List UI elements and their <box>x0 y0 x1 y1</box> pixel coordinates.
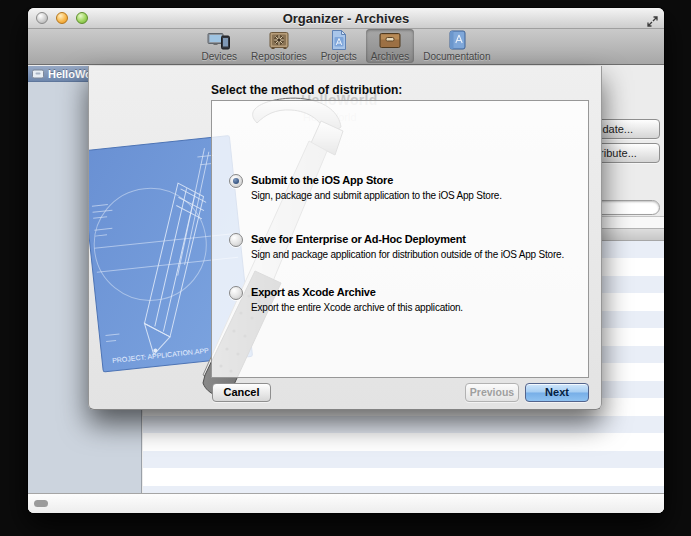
distribution-options-box: Submit to the iOS App Store Sign, packag… <box>211 100 589 378</box>
blueprint-caption: PROJECT: APPLICATION.APP <box>112 347 210 364</box>
toolbar-item-documentation[interactable]: Documentation <box>418 28 495 63</box>
traffic-lights <box>36 12 88 24</box>
fullscreen-icon[interactable] <box>647 13 658 24</box>
toolbar-item-repositories[interactable]: Repositories <box>246 29 312 63</box>
toolbar-item-projects[interactable]: Projects <box>316 28 362 63</box>
cancel-button[interactable]: Cancel <box>212 383 271 402</box>
sheet-heading: Select the method of distribution: <box>211 83 402 97</box>
bottom-bar <box>28 493 664 513</box>
archives-icon <box>378 31 402 50</box>
bottom-bar-pill <box>34 500 48 507</box>
toolbar-item-archives[interactable]: Archives <box>366 29 414 63</box>
option-description: Sign and package application for distrib… <box>251 247 564 263</box>
titlebar[interactable]: Organizer - Archives <box>28 8 664 29</box>
window-title: Organizer - Archives <box>28 8 664 29</box>
organizer-window: Organizer - Archives Devices <box>28 8 664 513</box>
option-title: Submit to the iOS App Store <box>251 173 502 188</box>
toolbar-label: Archives <box>371 51 409 62</box>
devices-icon <box>207 31 231 50</box>
previous-button[interactable]: Previous <box>465 383 519 402</box>
option-title: Save for Enterprise or Ad-Hoc Deployment <box>251 232 564 247</box>
toolbar: Devices Repositories <box>28 29 664 65</box>
option-enterprise-adhoc[interactable]: Save for Enterprise or Ad-Hoc Deployment… <box>229 232 582 263</box>
documentation-icon <box>447 30 467 50</box>
toolbar-item-devices[interactable]: Devices <box>197 29 243 63</box>
option-submit-app-store[interactable]: Submit to the iOS App Store Sign, packag… <box>229 173 582 204</box>
toolbar-label: Projects <box>321 51 357 62</box>
repositories-icon <box>267 31 291 50</box>
minimize-button[interactable] <box>56 12 68 24</box>
toolbar-label: Documentation <box>423 51 490 62</box>
option-title: Export as Xcode Archive <box>251 285 463 300</box>
archive-icon <box>32 65 44 83</box>
close-button[interactable] <box>36 12 48 24</box>
radio-submit-app-store[interactable] <box>229 174 243 188</box>
option-description: Export the entire Xcode archive of this … <box>251 300 463 316</box>
zoom-button[interactable] <box>76 12 88 24</box>
option-export-archive[interactable]: Export as Xcode Archive Export the entir… <box>229 285 582 316</box>
option-description: Sign, package and submit application to … <box>251 188 502 204</box>
radio-enterprise-adhoc[interactable] <box>229 233 243 247</box>
radio-export-archive[interactable] <box>229 286 243 300</box>
toolbar-label: Devices <box>202 51 238 62</box>
distribution-sheet: HelloWorld HelloWorld Select the method … <box>88 66 602 410</box>
projects-icon <box>329 30 349 50</box>
toolbar-label: Repositories <box>251 51 307 62</box>
next-button[interactable]: Next <box>525 383 589 402</box>
